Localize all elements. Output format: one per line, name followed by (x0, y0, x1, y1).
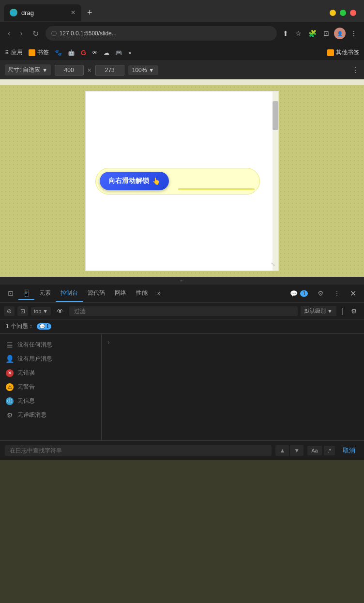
search-options: Aa .* (307, 446, 335, 455)
resize-handle-icon[interactable]: ⤡ (271, 261, 275, 268)
bookmark-1[interactable]: 书签 (29, 48, 49, 57)
tab-performance[interactable]: 性能 (131, 285, 152, 302)
tab-sources[interactable]: 源代码 (83, 285, 110, 302)
tab-elements[interactable]: 元素 (34, 285, 56, 302)
tab-label: drag (21, 9, 34, 16)
tab-more[interactable]: » (152, 286, 166, 302)
device-frame: 向右滑动解锁 👆 ⤡ (85, 91, 279, 271)
address-info-icon: ⓘ (51, 30, 57, 37)
inspect-element-icon[interactable]: ⊡ (4, 287, 17, 300)
bookmark-2[interactable]: 🐾 (55, 49, 62, 56)
info-icon: ⓘ (6, 397, 14, 405)
user-messages-icon: 👤 (6, 355, 14, 363)
avatar[interactable]: 👤 (334, 28, 346, 39)
bookmark-7[interactable]: 🎮 (115, 49, 122, 56)
issues-count-label: 1 个问题： (6, 322, 34, 331)
log-level-select[interactable]: 默认级别 ▼ (301, 306, 336, 316)
tab-network[interactable]: 网络 (110, 285, 131, 302)
bookmark-5[interactable]: 👁 (92, 49, 98, 56)
other-bookmarks-label: 其他书签 (336, 48, 359, 57)
verbose-label: 无详细消息 (17, 411, 46, 419)
active-tab[interactable]: 🌐 drag ✕ (4, 4, 81, 21)
viewport-wrapper: 向右滑动解锁 👆 ⤡ (0, 85, 364, 277)
maximize-button[interactable] (340, 10, 346, 16)
bookmark-7-icon: 🎮 (115, 49, 122, 56)
devtools-close-button[interactable]: ✕ (346, 287, 360, 300)
extensions-icon[interactable]: 🧩 (306, 28, 318, 39)
sidebar-warnings[interactable]: ⚠ 无警告 (0, 380, 101, 394)
console-separator: | (339, 305, 345, 317)
sidebar-errors[interactable]: ✕ 无错误 (0, 366, 101, 380)
size-chevron-icon: ▼ (42, 67, 48, 74)
more-menu-icon[interactable]: ⋮ (349, 28, 359, 39)
forward-button[interactable]: › (17, 27, 25, 40)
tab-close-button[interactable]: ✕ (71, 9, 76, 16)
device-mode-icon[interactable]: 📱 (18, 287, 34, 300)
slider-emoji: 👆 (152, 177, 160, 185)
console-filter-input[interactable] (69, 306, 298, 316)
width-input[interactable] (55, 65, 84, 75)
vertical-scrollbar[interactable] (273, 91, 278, 271)
search-next-button[interactable]: ▼ (290, 445, 303, 456)
bookmark-6-icon: ☁ (104, 49, 109, 56)
devtools-panel: ⊡ 📱 元素 控制台 源代码 网络 性能 » 💬 (0, 285, 364, 460)
console-arrow[interactable]: › (106, 336, 112, 348)
address-bar[interactable]: ⓘ 127.0.0.1:5500/slide... (46, 26, 277, 41)
apps-bookmark[interactable]: ⠿ 应用 (5, 48, 23, 57)
horizontal-scrollbar[interactable] (0, 79, 364, 85)
other-bookmarks[interactable]: 其他书签 (327, 48, 359, 57)
refresh-button[interactable]: ↻ (30, 27, 42, 40)
context-select[interactable]: top ▼ (31, 307, 51, 316)
filter-button[interactable]: ⊡ (17, 306, 28, 316)
device-toolbar: 尺寸: 自适应 ▼ × 100% ▼ ⋮ (0, 61, 364, 79)
minimize-button[interactable] (330, 10, 336, 16)
apps-icon: ⠿ (5, 49, 9, 56)
sidebar-info[interactable]: ⓘ 无信息 (0, 394, 101, 408)
bookmark-3-icon: 🤖 (68, 49, 75, 56)
search-cancel-button[interactable]: 取消 (339, 444, 359, 457)
share-icon[interactable]: ⬆ (281, 28, 290, 39)
bookmark-4[interactable]: G (81, 49, 86, 57)
bookmark-6[interactable]: ☁ (104, 49, 109, 56)
height-input[interactable] (95, 65, 124, 75)
devtools-more-icon[interactable]: ⋮ (330, 287, 344, 300)
sidebar-all-messages[interactable]: ☰ 没有任何消息 (0, 338, 101, 352)
console-badge-button[interactable]: 💬 1 (286, 288, 312, 299)
device-toolbar-more-icon[interactable]: ⋮ (351, 65, 359, 75)
clear-console-button[interactable]: ⊘ (4, 306, 15, 316)
console-sidebar: ☰ 没有任何消息 👤 没有用户消息 ✕ 无错误 ⚠ 无警告 ⓘ 无 (0, 334, 102, 440)
console-search-bar: ▲ ▼ Aa .* 取消 (0, 440, 364, 460)
size-select[interactable]: 尺寸: 自适应 ▼ (5, 64, 51, 75)
match-case-button[interactable]: Aa (307, 446, 321, 455)
console-content: ☰ 没有任何消息 👤 没有用户消息 ✕ 无错误 ⚠ 无警告 ⓘ 无 (0, 334, 364, 440)
filter-icon: ⊡ (20, 308, 25, 315)
console-settings-icon[interactable]: ⚙ (348, 306, 360, 317)
reader-icon[interactable]: ⊡ (321, 28, 331, 39)
regex-button[interactable]: .* (324, 446, 335, 455)
search-prev-button[interactable]: ▲ (275, 445, 289, 456)
bookmark-3[interactable]: 🤖 (68, 49, 75, 56)
sidebar-verbose[interactable]: ⚙ 无详细消息 (0, 408, 101, 422)
bookmark-5-icon: 👁 (92, 49, 98, 56)
sidebar-user-messages[interactable]: 👤 没有用户消息 (0, 352, 101, 366)
log-level-label: 默认级别 (304, 307, 326, 315)
console-badge: 1 (300, 290, 308, 297)
devtools-drag-handle[interactable]: ≡ (0, 277, 364, 285)
star-icon[interactable]: ☆ (293, 28, 303, 39)
devtools-left-icons: ⊡ 📱 (4, 287, 34, 300)
devtools-tabs: ⊡ 📱 元素 控制台 源代码 网络 性能 » 💬 (0, 285, 364, 303)
devtools-settings-icon[interactable]: ⚙ (314, 287, 328, 300)
slider-button[interactable]: 向右滑动解锁 👆 (100, 172, 169, 190)
console-search-input[interactable] (5, 445, 272, 456)
eye-icon[interactable]: 👁 (54, 306, 66, 317)
bookmarks-bar: ⠿ 应用 书签 🐾 🤖 G 👁 ☁ 🎮 » 其他书签 (0, 45, 364, 61)
bookmarks-more[interactable]: » (128, 49, 132, 56)
back-button[interactable]: ‹ (5, 27, 13, 40)
issues-bar: 1 个问题： 💬 1 (0, 319, 364, 334)
tab-favicon: 🌐 (10, 9, 17, 16)
zoom-select[interactable]: 100% ▼ (128, 65, 158, 75)
close-button[interactable] (350, 10, 356, 16)
devtools-right: 💬 1 ⚙ ⋮ ✕ (286, 287, 360, 300)
tab-console[interactable]: 控制台 (56, 285, 83, 302)
new-tab-button[interactable]: + (83, 6, 96, 20)
